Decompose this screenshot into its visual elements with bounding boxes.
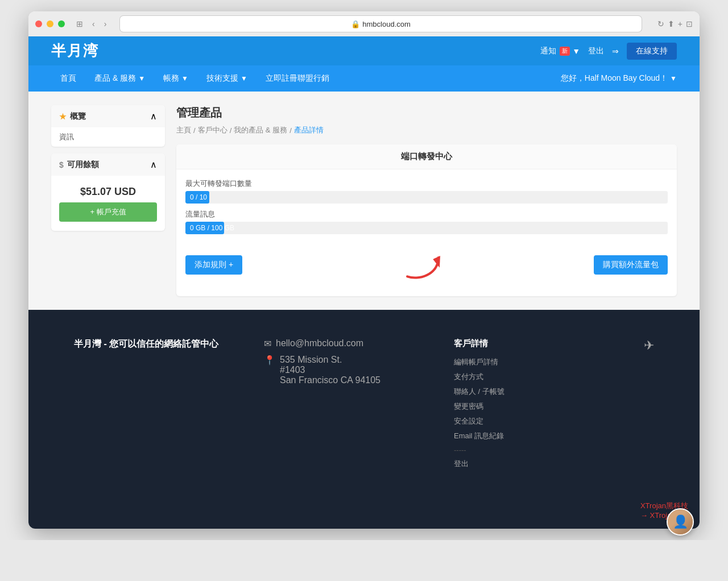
redirect-icon-button[interactable]: ⇒ xyxy=(612,47,619,56)
navbar-left: 首頁 產品 & 服務 ▼ 帳務 ▼ 技術支援 ▼ 立即註冊聯盟行銷 xyxy=(51,65,338,92)
footer-address: 535 Mission St. #1403 San Francisco CA 9… xyxy=(280,355,380,385)
tabs-icon[interactable]: ⊡ xyxy=(686,19,693,28)
notify-label: 通知 xyxy=(540,46,556,56)
minimize-button[interactable] xyxy=(47,20,53,27)
footer-customer-heading: 客戶詳情 xyxy=(454,338,610,349)
notify-chevron: ▼ xyxy=(572,47,580,56)
chevron-down-icon: ▼ xyxy=(138,74,145,82)
site-logo: 半月湾 xyxy=(51,41,99,61)
traffic-bar-bg: 0 GB / 100 GB xyxy=(185,222,668,234)
footer-link-password[interactable]: 變更密碼 xyxy=(454,401,610,412)
footer-link-logout[interactable]: 登出 xyxy=(454,459,610,469)
footer-email: hello@hmbcloud.com xyxy=(276,338,363,348)
address-bar[interactable]: 🔒 hmbcloud.com xyxy=(120,16,641,32)
max-ports-label: 最大可轉發端口數量 xyxy=(185,179,668,189)
sidebar-overview-header[interactable]: ★ 概覽 ∧ xyxy=(51,105,165,127)
breadcrumb-current: 產品詳情 xyxy=(294,125,324,135)
browser-controls: ⊞ ‹ › xyxy=(74,18,109,30)
footer-link-security[interactable]: 安全設定 xyxy=(454,416,610,426)
sidebar-info-label: 資訊 xyxy=(59,132,74,141)
new-tab-icon[interactable]: + xyxy=(678,19,682,28)
nav-affiliate-label: 立即註冊聯盟行銷 xyxy=(266,73,329,84)
collapse-icon-2: ∧ xyxy=(150,159,157,170)
footer-brand-col: 半月灣 - 您可以信任的網絡託管中心 xyxy=(74,338,230,474)
nav-item-billing[interactable]: 帳務 ▼ xyxy=(154,65,197,92)
footer-address-item: 📍 535 Mission St. #1403 San Francisco CA… xyxy=(264,355,420,385)
forward-icon[interactable]: › xyxy=(102,18,109,30)
sidebar-balance-body: $51.07 USD + 帳戶充值 xyxy=(51,176,165,231)
refresh-icon[interactable]: ↻ xyxy=(657,19,664,28)
nav-item-home[interactable]: 首頁 xyxy=(51,65,85,92)
notify-badge: 新 xyxy=(560,47,570,56)
footer-telegram-col: ✈ xyxy=(644,338,654,474)
sidebar-balance-header[interactable]: $ 可用餘額 ∧ xyxy=(51,153,165,176)
footer-address-line3: San Francisco CA 94105 xyxy=(280,375,380,385)
avatar-bubble[interactable]: 👤 xyxy=(667,508,694,536)
footer-address-line2: #1403 xyxy=(280,365,380,375)
buy-traffic-button[interactable]: 購買額外流量包 xyxy=(594,255,668,275)
sidebar-toggle-icon[interactable]: ⊞ xyxy=(74,18,85,30)
recharge-label: + 帳戶充值 xyxy=(90,208,126,216)
maximize-button[interactable] xyxy=(58,20,65,27)
lock-icon: 🔒 xyxy=(351,20,360,28)
breadcrumb-home[interactable]: 主頁 xyxy=(176,125,191,135)
page-title: 管理產品 xyxy=(176,105,677,121)
product-card: 端口轉發中心 最大可轉發端口數量 0 / 10 流量訊息 xyxy=(176,144,677,296)
footer-link-contacts[interactable]: 聯絡人 / 子帳號 xyxy=(454,387,610,397)
sidebar-overview-body: 資訊 xyxy=(51,127,165,147)
card-body: 最大可轉發端口數量 0 / 10 流量訊息 0 GB / 100 GB xyxy=(176,169,677,296)
sidebar-balance-title: $ 可用餘額 xyxy=(59,160,99,170)
traffic-label: 流量訊息 xyxy=(185,209,668,219)
notify-button[interactable]: 通知 新 ▼ xyxy=(540,46,580,56)
buy-traffic-label: 購買額外流量包 xyxy=(603,260,659,269)
sidebar-overview-label: 概覽 xyxy=(70,111,86,122)
breadcrumb: 主頁 / 客戶中心 / 我的產品 & 服務 / 產品詳情 xyxy=(176,125,677,135)
footer-link-email-logs[interactable]: Email 訊息紀錄 xyxy=(454,431,610,441)
max-ports-bar-fill: 0 / 10 xyxy=(185,191,209,204)
online-support-button[interactable]: 在線支持 xyxy=(627,43,677,60)
user-greeting: 您好，Half Moon Bay Cloud！ xyxy=(561,73,668,84)
telegram-icon[interactable]: ✈ xyxy=(644,338,654,352)
arrow-svg xyxy=(395,240,451,293)
footer-contact-col: ✉ hello@hmbcloud.com 📍 535 Mission St. #… xyxy=(264,338,420,474)
close-button[interactable] xyxy=(35,20,42,27)
breadcrumb-sep-3: / xyxy=(289,126,292,135)
star-icon: ★ xyxy=(59,112,67,121)
back-icon[interactable]: ‹ xyxy=(90,18,97,30)
sidebar-balance-section: $ 可用餘額 ∧ $51.07 USD + 帳戶充值 xyxy=(51,153,165,231)
nav-item-products[interactable]: 產品 & 服務 ▼ xyxy=(85,65,154,92)
watermark: XTrojan黑科技 → XTrojan.CC xyxy=(28,496,700,529)
location-icon: 📍 xyxy=(264,355,275,366)
svg-marker-0 xyxy=(431,254,444,268)
collapse-icon: ∧ xyxy=(150,111,157,122)
chevron-down-icon-3: ▼ xyxy=(241,74,247,82)
footer-email-item: ✉ hello@hmbcloud.com xyxy=(264,338,420,349)
page-area: 管理產品 主頁 / 客戶中心 / 我的產品 & 服務 / 產品詳情 端口轉發中心… xyxy=(176,105,677,296)
topbar-right: 通知 新 ▼ 登出 ⇒ 在線支持 xyxy=(540,43,677,60)
user-chevron-icon: ▼ xyxy=(670,74,677,82)
card-actions: 添加規則 + 購買額外流量包 xyxy=(185,242,668,287)
share-icon[interactable]: ⬆ xyxy=(668,19,675,28)
site-navbar: 首頁 產品 & 服務 ▼ 帳務 ▼ 技術支援 ▼ 立即註冊聯盟行銷 您好，Hal… xyxy=(28,65,700,92)
add-rule-button[interactable]: 添加規則 + xyxy=(185,255,242,275)
url-text: hmbcloud.com xyxy=(362,20,411,28)
nav-item-support[interactable]: 技術支援 ▼ xyxy=(197,65,257,92)
recharge-button[interactable]: + 帳戶充值 xyxy=(59,202,157,222)
logout-button[interactable]: 登出 xyxy=(588,46,604,56)
breadcrumb-products[interactable]: 我的產品 & 服務 xyxy=(234,125,287,135)
max-ports-bar-bg: 0 / 10 xyxy=(185,191,668,204)
nav-item-affiliate[interactable]: 立即註冊聯盟行銷 xyxy=(257,65,338,92)
footer-brand-text: 半月灣 - 您可以信任的網絡託管中心 xyxy=(74,338,230,350)
traffic-value: 0 GB / 100 GB xyxy=(190,224,234,232)
footer-link-edit-profile[interactable]: 編輯帳戶詳情 xyxy=(454,357,610,367)
footer-divider: ----- xyxy=(454,446,610,454)
sidebar-balance-label: 可用餘額 xyxy=(67,160,99,170)
sidebar: ★ 概覽 ∧ 資訊 $ 可用餘額 ∧ $51 xyxy=(51,105,165,296)
footer-link-payment[interactable]: 支付方式 xyxy=(454,372,610,382)
card-header: 端口轉發中心 xyxy=(176,144,677,169)
breadcrumb-client[interactable]: 客戶中心 xyxy=(198,125,228,135)
site-footer: 半月灣 - 您可以信任的網絡託管中心 ✉ hello@hmbcloud.com … xyxy=(28,310,700,496)
navbar-user[interactable]: 您好，Half Moon Bay Cloud！ ▼ xyxy=(561,73,677,84)
site-topbar: 半月湾 通知 新 ▼ 登出 ⇒ 在線支持 xyxy=(28,36,700,65)
red-arrow-indicator xyxy=(395,236,453,294)
